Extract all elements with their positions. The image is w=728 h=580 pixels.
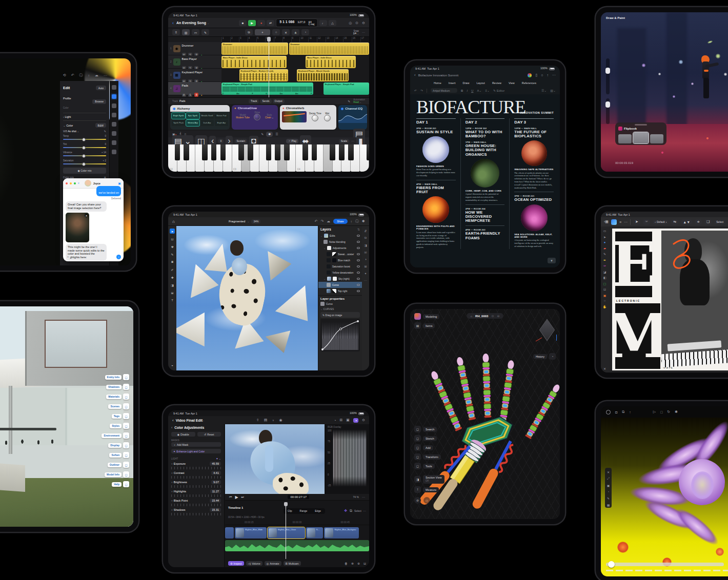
snap-control[interactable]: Snap1/4 ⌄ xyxy=(353,30,359,35)
home-icon[interactable]: ⌂ xyxy=(470,315,472,318)
transform-tool-icon[interactable]: ⊡ xyxy=(170,236,175,241)
pen-tool-icon[interactable]: ✒ xyxy=(603,258,606,262)
history-icon[interactable] xyxy=(112,150,116,154)
panel-button[interactable]: Help ◻ xyxy=(102,481,129,487)
share-icon[interactable]: ↑ xyxy=(88,74,90,77)
move-tool-icon[interactable]: ➤ xyxy=(603,235,606,239)
more-icon[interactable]: ··· xyxy=(104,74,107,77)
brush-tool-icon[interactable]: ▰ xyxy=(603,246,606,250)
lock-icon[interactable]: ◘ xyxy=(615,410,617,414)
eyedropper-tool-icon[interactable]: ✐ xyxy=(170,267,175,272)
append-icon[interactable]: ⊕ xyxy=(357,562,360,565)
layer-row[interactable]: ⌄Sky (right) xyxy=(318,276,362,282)
slider[interactable]: Temp0 xyxy=(63,135,106,140)
region[interactable]: Bass Player - Indie Disco xyxy=(221,56,287,68)
sync-icon[interactable]: ⊙ xyxy=(491,314,494,318)
plugin-alchemy[interactable]: ◉ Alchemy Bright SynthEpic SynthMetallic… xyxy=(170,105,230,130)
items-button[interactable]: Items xyxy=(423,323,435,328)
viewer-zoom[interactable]: 74 % xyxy=(353,495,359,499)
back-icon[interactable]: ‹ xyxy=(78,181,79,185)
export-icon[interactable]: ↑ xyxy=(351,220,353,223)
cycle-button[interactable]: ⇄ xyxy=(267,20,274,26)
ribbon-tab[interactable]: Home xyxy=(431,81,444,86)
ribbon-tab[interactable]: Insert xyxy=(446,81,459,86)
loop-icon[interactable]: ↻ xyxy=(667,410,670,414)
select-tool-icon[interactable]: ▭ xyxy=(603,229,606,233)
bass-icon[interactable]: ♪ xyxy=(173,58,180,66)
info-icon[interactable]: ⓘ xyxy=(355,219,359,224)
pencil-icon[interactable]: ✎ xyxy=(201,29,209,35)
panel-icon[interactable]: ◻ xyxy=(123,393,129,400)
filter-layers-icon[interactable]: ⇅ xyxy=(357,227,360,231)
isolate-icon[interactable]: ◎ xyxy=(423,497,430,504)
vector-brush-icon[interactable]: ✑ xyxy=(603,264,606,267)
panel-icon[interactable]: ◻ xyxy=(123,452,129,458)
brush-tool-icon[interactable]: ✎ xyxy=(170,252,175,257)
gradient-tool-icon[interactable]: ◨ xyxy=(170,282,175,287)
region-icon[interactable]: ▣ xyxy=(607,484,610,487)
undo-icon[interactable]: ↶ xyxy=(71,73,74,77)
layer-row[interactable]: ⌄Adjustments xyxy=(318,245,362,251)
history-button[interactable]: History xyxy=(533,354,547,359)
sustain-button[interactable]: Sustain xyxy=(235,139,248,143)
panel-button[interactable]: Outliner ◻ xyxy=(102,462,129,468)
viewer-icon[interactable]: ▣ xyxy=(346,418,350,422)
align-icon[interactable]: ≡⌄ xyxy=(485,89,490,92)
items-icon[interactable]: ▤ xyxy=(414,322,421,329)
history-icon[interactable]: ◔ xyxy=(549,353,556,360)
editors-icon[interactable]: ▭ xyxy=(192,29,199,35)
inspect-button[interactable]: ⚙ Inspect xyxy=(228,561,244,566)
brush-size-slider[interactable] xyxy=(606,58,610,94)
collapse-icon[interactable]: ⊖ xyxy=(497,314,499,318)
timeline-clip[interactable]: S… xyxy=(306,527,323,538)
alchemy-preset[interactable]: Bright Arp xyxy=(215,120,228,126)
render-progress-slider[interactable] xyxy=(606,563,724,566)
back-icon[interactable]: ‹ xyxy=(172,20,174,26)
panel-icon[interactable]: ◻ xyxy=(123,374,129,380)
plugin-chromaglow[interactable]: ● ChromaGlow Model Modern Tube Drive Sty… xyxy=(232,105,278,130)
more-icon[interactable]: ··· xyxy=(351,139,354,142)
scope-title[interactable]: RGB Overlay xyxy=(328,426,367,428)
curves-section-title[interactable]: CURVES xyxy=(323,307,334,310)
back-icon[interactable]: ‹ xyxy=(414,73,416,77)
columns-icon[interactable]: ▥⌄ xyxy=(550,89,556,92)
inspector-tab[interactable]: Track xyxy=(249,99,259,103)
extract-icon[interactable]: ⊗ xyxy=(351,562,354,565)
back-icon[interactable]: ‹▦ xyxy=(604,220,609,224)
crop-icon[interactable]: ⊡ xyxy=(603,287,606,291)
mic-icon[interactable]: ♆ xyxy=(272,419,274,422)
record-icon[interactable] xyxy=(606,410,611,415)
masking-icon[interactable] xyxy=(112,122,116,127)
stop-icon[interactable]: □ xyxy=(660,410,662,414)
project-title[interactable]: Video Final Edit xyxy=(176,419,203,422)
add-layer-icon[interactable]: ⊞ xyxy=(364,264,367,268)
split-tool-icon[interactable]: ⋔ xyxy=(292,29,299,35)
browser-icon[interactable]: ≡ xyxy=(172,29,180,35)
render-style-icon[interactable] xyxy=(414,313,421,320)
share-icon[interactable]: ↑ xyxy=(547,73,549,77)
wb-value[interactable]: As shot xyxy=(68,130,76,133)
photo-attachment[interactable]: ✕ xyxy=(66,213,89,242)
cloud-icon[interactable]: ☁ xyxy=(95,73,98,77)
ribbon-tab[interactable]: References xyxy=(519,81,539,86)
tool-button[interactable]: ◻Sketch xyxy=(414,435,441,442)
close-icon[interactable]: ✕ xyxy=(607,470,610,474)
device-icon[interactable]: ▯ xyxy=(535,73,537,77)
add-attachment-icon[interactable]: + xyxy=(66,255,70,259)
add-mask-button[interactable]: ＋ Add Mask xyxy=(171,442,221,447)
avatar[interactable] xyxy=(85,180,91,187)
app-icon[interactable] xyxy=(611,219,617,225)
region[interactable]: Keyboard Player - Simple Pad CAmFGDmAmF xyxy=(221,82,313,95)
panel-icon[interactable]: ◻ xyxy=(123,403,129,409)
play-icon[interactable]: ▶ xyxy=(235,495,238,500)
adjust-slider[interactable]: ◐ Exposure 45.59 xyxy=(171,462,221,469)
search-icon[interactable]: ○ xyxy=(541,73,543,77)
play-mode-button[interactable]: ☞ Play xyxy=(286,139,298,143)
more-icon[interactable]: ··· xyxy=(362,31,365,34)
heal-icon[interactable] xyxy=(112,131,116,136)
arrange-icon[interactable]: ⇵ xyxy=(364,229,367,233)
stop-button[interactable]: ■ xyxy=(239,20,247,26)
layer-row[interactable]: Saturation boost xyxy=(318,263,362,270)
flipbook-frame[interactable] xyxy=(618,134,632,143)
keyboard-icon[interactable]: ▦ xyxy=(173,72,180,79)
